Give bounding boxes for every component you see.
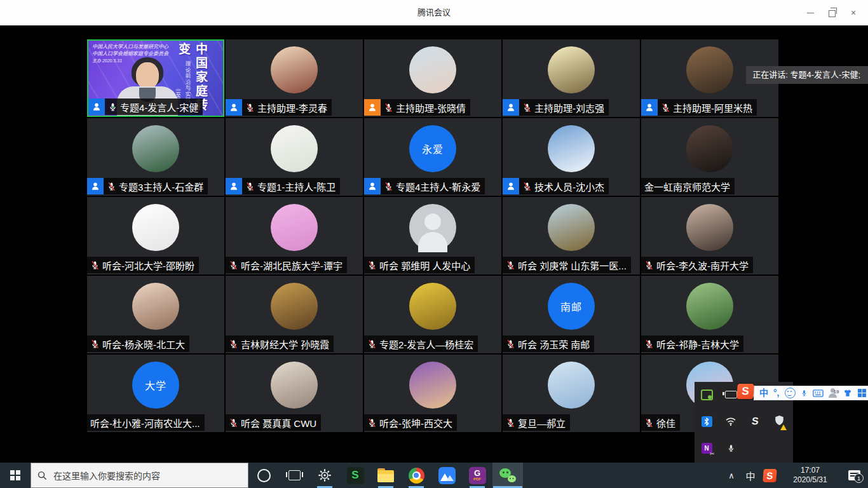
tray-chevron-icon[interactable]: ∧ xyxy=(721,463,742,488)
sogou-language-bar: 中 °‚ 19 xyxy=(754,386,868,400)
participant-label: 听会 刘庚常 山东第一医... xyxy=(503,257,631,273)
screen-share-icon[interactable] xyxy=(695,382,719,407)
windows-taskbar: 在这里输入你要搜索的内容 S GPDF ∧ 中 S 17:07 2020/5/3… xyxy=(0,463,868,488)
close-button[interactable]: × xyxy=(843,0,864,25)
avatar: 永爱 xyxy=(409,125,456,172)
avatar xyxy=(548,125,595,172)
mic-muted-icon xyxy=(367,260,377,271)
participant-label: 专题4主持人-靳永爱 xyxy=(364,178,485,194)
tencent-meeting-button[interactable] xyxy=(431,463,462,488)
punctuation-mode-icon[interactable]: °‚ xyxy=(773,386,780,400)
participant-label: 专题3主持人-石金群 xyxy=(87,178,208,194)
emoji-icon[interactable] xyxy=(785,388,796,398)
video-tile[interactable]: 复旦—郝立 xyxy=(503,355,640,432)
wifi-icon[interactable] xyxy=(719,409,743,434)
host-badge-icon xyxy=(88,98,105,115)
wechat-button[interactable] xyxy=(492,463,523,488)
participant-name: 徐佳 xyxy=(656,416,675,430)
cortana-button[interactable] xyxy=(248,463,279,488)
video-tile[interactable]: 听会-杨永晓-北工大 xyxy=(87,276,224,353)
bluetooth-icon[interactable] xyxy=(695,409,719,434)
taskbar-clock[interactable]: 17:07 2020/5/31 xyxy=(780,463,840,488)
video-tile[interactable]: 听会-湖北民族大学-谭宇 xyxy=(226,197,363,274)
defender-icon[interactable] xyxy=(767,409,791,434)
chrome-button[interactable] xyxy=(401,463,431,488)
video-tile[interactable]: 永爱 专题4主持人-靳永爱 xyxy=(364,118,501,196)
video-tile[interactable]: 技术人员-沈小杰 xyxy=(503,118,640,196)
task-view-icon xyxy=(288,470,301,480)
video-tile[interactable]: 吉林财经大学 孙晓霞 xyxy=(226,276,363,353)
search-icon xyxy=(37,471,47,480)
participant-name: 听会 聂真真 CWU xyxy=(241,416,316,430)
participant-name: 主持助理-李灵春 xyxy=(257,101,327,114)
sogou-logo-icon[interactable]: S xyxy=(736,384,754,399)
login-days-icon[interactable]: 19 xyxy=(829,388,837,398)
task-view-button[interactable] xyxy=(279,463,309,488)
soft-keyboard-icon[interactable] xyxy=(813,390,824,397)
default-avatar-icon xyxy=(409,204,456,251)
sogou-s-tray-icon[interactable]: S xyxy=(743,409,767,434)
video-tile[interactable]: 专题2-发言人—杨桂宏 xyxy=(364,276,501,353)
taskbar-search-box[interactable]: 在这里输入你要搜索的内容 xyxy=(31,463,248,488)
ime-mode-indicator[interactable]: 中 xyxy=(759,386,768,400)
video-tile-active-speaker[interactable]: 中国人民大学人口与发展研究中心 中国人口学会婚姻家庭专业委员会 主办 2020.… xyxy=(87,39,224,117)
video-tile[interactable]: 听会 刘庚常 山东第一医... xyxy=(503,197,640,274)
skin-icon[interactable] xyxy=(843,389,853,397)
video-tile[interactable]: 听会 聂真真 CWU xyxy=(226,355,363,432)
start-button[interactable] xyxy=(0,463,31,488)
clock-time: 17:07 xyxy=(801,466,820,475)
participant-label: 听会-祁静-吉林大学 xyxy=(641,336,743,352)
video-tile[interactable]: 主持助理-张晓倩 xyxy=(364,39,501,117)
video-tile[interactable]: 专题1-主持人-陈卫 xyxy=(226,118,363,196)
participant-label: 听会 郭维明 人发中心 xyxy=(364,257,475,273)
video-tile[interactable]: 专题3主持人-石金群 xyxy=(87,118,224,196)
toolbox-icon[interactable] xyxy=(858,389,867,398)
video-tile[interactable]: 主持助理-李灵春 xyxy=(226,39,363,117)
video-tile[interactable]: 听会-祁静-吉林大学 xyxy=(641,276,778,353)
settings-app-button[interactable] xyxy=(309,463,340,488)
voice-input-icon[interactable] xyxy=(801,388,808,398)
avatar xyxy=(271,125,318,172)
host-badge-icon xyxy=(503,99,519,116)
video-tile[interactable]: 听会 郭维明 人发中心 xyxy=(364,197,501,274)
video-tile[interactable]: 听会-张坤-西交大 xyxy=(364,355,501,432)
restore-button[interactable] xyxy=(821,0,843,25)
tencent-meeting-icon xyxy=(438,467,456,484)
mic-muted-icon xyxy=(245,102,255,113)
participant-label: 徐佳 xyxy=(641,414,680,431)
video-tile[interactable]: 听会-李久波-南开大学 xyxy=(641,197,778,274)
minimize-button[interactable] xyxy=(799,0,821,25)
mic-muted-icon xyxy=(367,339,377,349)
avatar xyxy=(271,46,318,93)
participant-name: 听会-李久波-南开大学 xyxy=(656,259,749,272)
action-center-button[interactable]: 1 xyxy=(840,463,868,488)
participant-grid: 中国人民大学人口与发展研究中心 中国人口学会婚姻家庭专业委员会 主办 2020.… xyxy=(87,39,778,432)
clock-date: 2020/5/31 xyxy=(793,475,827,485)
cortana-icon xyxy=(257,469,271,482)
sogou-tray-button[interactable]: S xyxy=(759,463,780,488)
video-tile[interactable]: 大学 听会-杜小雅-河南农业大... xyxy=(87,355,224,432)
mic-muted-icon xyxy=(644,260,654,271)
participant-name: 听会-杨永晓-北工大 xyxy=(102,337,185,351)
onenote-clip-icon[interactable]: N xyxy=(695,435,719,461)
participant-label: 主持助理-李灵春 xyxy=(226,99,332,116)
mic-muted-icon xyxy=(367,417,377,428)
host-badge-icon xyxy=(641,99,658,116)
ime-mode-tray[interactable]: 中 xyxy=(742,463,759,488)
pdf-reader-button[interactable]: GPDF xyxy=(462,463,492,488)
video-tile[interactable]: 金一虹南京师范大学 xyxy=(641,118,778,196)
participant-name: 专题4主持人-靳永爱 xyxy=(396,180,480,193)
mic-muted-icon xyxy=(107,181,116,192)
participant-label: 听会-李久波-南开大学 xyxy=(641,257,753,273)
participant-label: 吉林财经大学 孙晓霞 xyxy=(226,336,334,352)
mic-muted-icon xyxy=(90,260,100,271)
video-tile[interactable]: 主持助理-刘志强 xyxy=(503,39,640,117)
sogou-input-app-button[interactable]: S xyxy=(340,463,370,488)
participant-name: 专题3主持人-石金群 xyxy=(119,180,203,193)
participant-label: 技术人员-沈小杰 xyxy=(503,178,609,194)
file-explorer-button[interactable] xyxy=(370,463,401,488)
video-tile[interactable]: 南邮 听会 汤玉荣 南邮 xyxy=(503,276,640,353)
mic-tray-icon[interactable] xyxy=(719,435,743,461)
mic-muted-icon xyxy=(522,102,532,113)
video-tile[interactable]: 听会-河北大学-邵盼盼 xyxy=(87,197,224,274)
